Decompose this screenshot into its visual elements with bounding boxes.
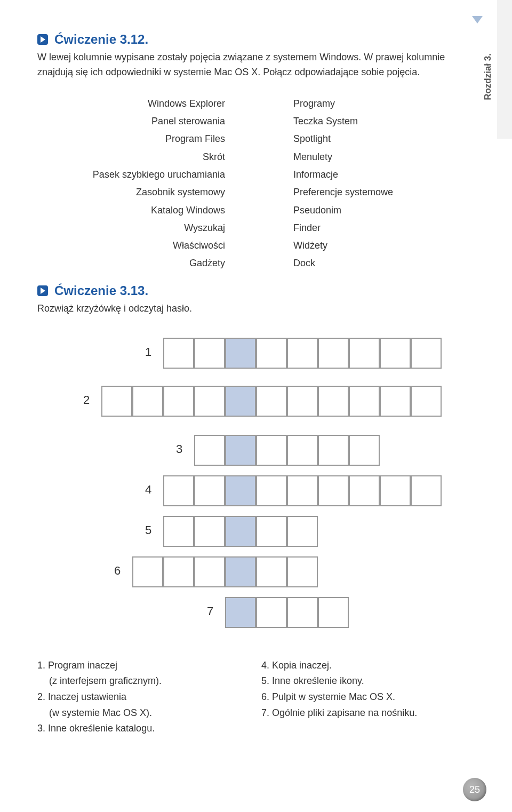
crossword-cell[interactable] [318, 597, 349, 628]
crossword-cell[interactable] [318, 435, 349, 466]
crossword-cell[interactable] [380, 338, 411, 369]
page-number-badge: 25 [463, 778, 486, 801]
list-item: Program Files [37, 130, 225, 148]
crossword-cell[interactable] [225, 386, 256, 417]
crossword-grid: 1234567 [37, 338, 464, 636]
crossword-cell[interactable] [318, 475, 349, 506]
crossword-cell[interactable] [132, 556, 163, 587]
crossword-cell[interactable] [411, 475, 442, 506]
crossword-cell[interactable] [225, 556, 256, 587]
crossword-cell[interactable] [349, 386, 380, 417]
crossword-cell[interactable] [256, 475, 287, 506]
list-item: Windows Explorer [37, 95, 225, 113]
crossword-cell[interactable] [287, 516, 318, 547]
crossword-cell[interactable] [101, 386, 132, 417]
crossword-cell[interactable] [256, 338, 287, 369]
crossword-cell[interactable] [256, 597, 287, 628]
exercise-2-title: Ćwiczenie 3.13. [54, 283, 148, 298]
clue-line: (z interfejsem graficznym). [37, 673, 240, 689]
crossword-cell[interactable] [225, 338, 256, 369]
crossword-cell[interactable] [194, 338, 225, 369]
crossword-cell[interactable] [380, 386, 411, 417]
list-item: Właściwości [37, 237, 225, 254]
clue-line: 3. Inne określenie katalogu. [37, 721, 240, 737]
crossword-cell[interactable] [287, 435, 318, 466]
list-item: Finder [293, 219, 464, 237]
exercise-1-body: W lewej kolumnie wypisane zostały pojęci… [37, 50, 464, 80]
crossword-cell[interactable] [256, 386, 287, 417]
list-item: Widżety [293, 237, 464, 254]
crossword-cell[interactable] [256, 516, 287, 547]
crossword-row-number: 3 [176, 442, 182, 456]
crossword-row-number: 5 [145, 523, 151, 537]
crossword-cell[interactable] [225, 597, 256, 628]
clue-line: 1. Program inaczej [37, 658, 240, 674]
exercise-1-title: Ćwiczenie 3.12. [54, 32, 148, 47]
list-item: Katalog Windows [37, 202, 225, 219]
crossword-cell[interactable] [287, 556, 318, 587]
list-item: Zasobnik systemowy [37, 184, 225, 201]
crossword-cell[interactable] [256, 435, 287, 466]
crossword-cell[interactable] [163, 556, 194, 587]
exercise-2-body: Rozwiąż krzyżówkę i odczytaj hasło. [37, 301, 464, 316]
match-right-column: Programy Teczka System Spotlight Menulet… [235, 95, 464, 273]
list-item: Informacje [293, 166, 464, 184]
match-columns: Windows Explorer Panel sterowania Progra… [37, 95, 464, 273]
match-left-column: Windows Explorer Panel sterowania Progra… [37, 95, 235, 273]
crossword-cell[interactable] [132, 386, 163, 417]
list-item: Spotlight [293, 130, 464, 148]
crossword-cell[interactable] [194, 516, 225, 547]
clue-line: 6. Pulpit w systemie Mac OS X. [261, 689, 464, 705]
list-item: Teczka System [293, 113, 464, 130]
play-icon [37, 285, 48, 296]
crossword-cell[interactable] [287, 386, 318, 417]
crossword-cell[interactable] [194, 386, 225, 417]
crossword-cell[interactable] [349, 338, 380, 369]
list-item: Preferencje systemowe [293, 184, 464, 201]
crossword-cell[interactable] [194, 435, 225, 466]
exercise-1-header: Ćwiczenie 3.12. [37, 32, 464, 47]
crossword-cell[interactable] [163, 475, 194, 506]
crossword-cell[interactable] [163, 516, 194, 547]
crossword-row-number: 1 [145, 345, 151, 359]
clue-line: (w systemie Mac OS X). [37, 705, 240, 721]
crossword-cell[interactable] [225, 435, 256, 466]
list-item: Programy [293, 95, 464, 113]
crossword-cell[interactable] [163, 386, 194, 417]
list-item: Gadżety [37, 254, 225, 272]
crossword-cell[interactable] [225, 475, 256, 506]
clue-line: 2. Inaczej ustawienia [37, 689, 240, 705]
crossword-row-number: 7 [207, 604, 213, 618]
list-item: Pseudonim [293, 202, 464, 219]
crossword-cell[interactable] [256, 556, 287, 587]
clue-line: 4. Kopia inaczej. [261, 658, 464, 674]
clues-right: 4. Kopia inaczej. 5. Inne określenie iko… [261, 658, 464, 737]
list-item: Dock [293, 254, 464, 272]
crossword-cell[interactable] [163, 338, 194, 369]
crossword-row-number: 6 [114, 564, 121, 578]
crossword-cell[interactable] [287, 597, 318, 628]
crossword-cell[interactable] [349, 475, 380, 506]
clues-left: 1. Program inaczej (z interfejsem grafic… [37, 658, 240, 737]
crossword-cell[interactable] [318, 386, 349, 417]
crossword-cell[interactable] [194, 475, 225, 506]
crossword-cell[interactable] [411, 386, 442, 417]
list-item: Skrót [37, 148, 225, 166]
crossword-cell[interactable] [318, 338, 349, 369]
crossword-cell[interactable] [411, 338, 442, 369]
list-item: Panel sterowania [37, 113, 225, 130]
clue-line: 5. Inne określenie ikony. [261, 673, 464, 689]
crossword-cell[interactable] [287, 338, 318, 369]
crossword-cell[interactable] [380, 475, 411, 506]
list-item: Menulety [293, 148, 464, 166]
play-icon [37, 34, 48, 45]
list-item: Wyszukaj [37, 219, 225, 237]
clues-block: 1. Program inaczej (z interfejsem grafic… [37, 658, 464, 737]
crossword-cell[interactable] [349, 435, 380, 466]
crossword-cell[interactable] [194, 556, 225, 587]
crossword-cell[interactable] [225, 516, 256, 547]
crossword-row-number: 4 [145, 483, 151, 497]
crossword-row-number: 2 [83, 393, 90, 407]
crossword-cell[interactable] [287, 475, 318, 506]
chapter-caret-icon [472, 16, 483, 23]
